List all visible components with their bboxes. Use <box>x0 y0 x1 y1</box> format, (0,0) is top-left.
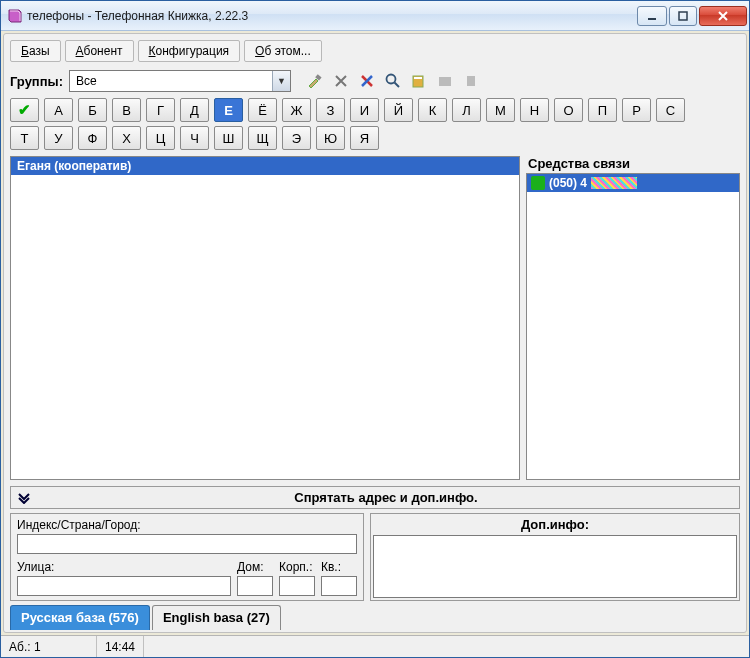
collapse-icon <box>17 492 31 504</box>
cross-tools-icon[interactable] <box>357 71 377 91</box>
house-field[interactable] <box>237 576 273 596</box>
menubar: Базы Абонент Конфигурация Об этом... <box>8 36 742 68</box>
menu-abonent[interactable]: Абонент <box>65 40 134 62</box>
hammer-icon[interactable] <box>305 71 325 91</box>
contact-selected[interactable]: Еганя (кооператив) <box>11 157 519 175</box>
groups-row: Группы: Все ▼ <box>8 68 742 98</box>
comm-row-phone[interactable]: (050) 4 <box>527 174 739 192</box>
book-icon[interactable] <box>409 71 429 91</box>
alphabet-filter: ✔АБВГДЕЁЖЗИЙКЛМНОПРС ТУФХЦЧШЩЭЮЯ <box>8 98 742 154</box>
alpha-letter-В[interactable]: В <box>112 98 141 122</box>
groups-combo-text: Все <box>70 74 272 88</box>
flat-label: Кв.: <box>321 560 357 574</box>
tab-russian-db[interactable]: Русская база (576) <box>10 605 150 630</box>
communications-title: Средства связи <box>526 156 740 173</box>
alpha-letter-А[interactable]: А <box>44 98 73 122</box>
svg-point-3 <box>387 75 396 84</box>
window-title: телефоны - Телефонная Книжка, 2.22.3 <box>27 9 637 23</box>
comm-phone-text: (050) 4 <box>549 176 587 190</box>
alpha-letter-Б[interactable]: Б <box>78 98 107 122</box>
alpha-letter-С[interactable]: С <box>656 98 685 122</box>
svg-rect-0 <box>648 18 656 20</box>
dop-textarea[interactable] <box>373 535 737 598</box>
close-button[interactable] <box>699 6 747 26</box>
menu-bases[interactable]: Базы <box>10 40 61 62</box>
street-label: Улица: <box>17 560 231 574</box>
app-icon <box>7 8 23 24</box>
korp-label: Корп.: <box>279 560 315 574</box>
main-panels: Еганя (кооператив) Средства связи (050) … <box>8 154 742 482</box>
status-time: 14:44 <box>97 636 144 657</box>
app-window: телефоны - Телефонная Книжка, 2.22.3 Баз… <box>0 0 750 658</box>
alpha-letter-Р[interactable]: Р <box>622 98 651 122</box>
dop-box: Доп.инфо: <box>370 513 740 601</box>
alpha-letter-Т[interactable]: Т <box>10 126 39 150</box>
communications-list[interactable]: (050) 4 <box>526 173 740 480</box>
search-icon[interactable] <box>383 71 403 91</box>
database-tabs: Русская база (576) English basa (27) <box>8 603 742 630</box>
dop-title: Доп.инфо: <box>373 516 737 535</box>
groups-combo[interactable]: Все ▼ <box>69 70 291 92</box>
tab-english-db[interactable]: English basa (27) <box>152 605 281 630</box>
alpha-letter-Ш[interactable]: Ш <box>214 126 243 150</box>
statusbar: Аб.: 1 14:44 <box>1 635 749 657</box>
tools-icon[interactable] <box>331 71 351 91</box>
alpha-letter-Д[interactable]: Д <box>180 98 209 122</box>
window-controls <box>637 6 747 26</box>
korp-field[interactable] <box>279 576 315 596</box>
alpha-letter-Й[interactable]: Й <box>384 98 413 122</box>
alpha-letter-Щ[interactable]: Щ <box>248 126 277 150</box>
alpha-letter-З[interactable]: З <box>316 98 345 122</box>
minimize-button[interactable] <box>637 6 667 26</box>
chevron-down-icon[interactable]: ▼ <box>272 71 290 91</box>
menu-config[interactable]: Конфигурация <box>138 40 241 62</box>
alpha-letter-Ё[interactable]: Ё <box>248 98 277 122</box>
svg-rect-5 <box>414 77 422 79</box>
alpha-letter-Н[interactable]: Н <box>520 98 549 122</box>
alpha-letter-Ю[interactable]: Ю <box>316 126 345 150</box>
alpha-letter-И[interactable]: И <box>350 98 379 122</box>
alpha-letter-Ч[interactable]: Ч <box>180 126 209 150</box>
communications-panel: Средства связи (050) 4 <box>526 156 740 480</box>
alpha-letter-О[interactable]: О <box>554 98 583 122</box>
disabled-tool2-icon <box>461 71 481 91</box>
alpha-letter-Г[interactable]: Г <box>146 98 175 122</box>
svg-rect-6 <box>439 77 451 86</box>
svg-rect-1 <box>679 12 687 20</box>
obscured-digits <box>591 177 637 189</box>
groups-label: Группы: <box>10 74 63 89</box>
alpha-check-button[interactable]: ✔ <box>10 98 39 122</box>
alpha-letter-Ц[interactable]: Ц <box>146 126 175 150</box>
index-field[interactable] <box>17 534 357 554</box>
alpha-letter-Ж[interactable]: Ж <box>282 98 311 122</box>
toolbar-icons <box>305 71 481 91</box>
index-label: Индекс/Страна/Город: <box>17 518 357 532</box>
flat-field[interactable] <box>321 576 357 596</box>
address-box: Индекс/Страна/Город: Улица: Дом: <box>10 513 364 601</box>
house-label: Дом: <box>237 560 273 574</box>
main-card: Базы Абонент Конфигурация Об этом... Гру… <box>3 33 747 633</box>
alpha-letter-Э[interactable]: Э <box>282 126 311 150</box>
alpha-letter-Х[interactable]: Х <box>112 126 141 150</box>
status-ab: Аб.: 1 <box>1 636 97 657</box>
alpha-letter-Л[interactable]: Л <box>452 98 481 122</box>
alpha-letter-П[interactable]: П <box>588 98 617 122</box>
alpha-letter-Е[interactable]: Е <box>214 98 243 122</box>
alpha-letter-Ф[interactable]: Ф <box>78 126 107 150</box>
street-field[interactable] <box>17 576 231 596</box>
hide-bar-label: Спрятать адрес и доп.инфо. <box>39 490 733 505</box>
address-dop-row: Индекс/Страна/Город: Улица: Дом: <box>8 511 742 603</box>
alpha-letter-М[interactable]: М <box>486 98 515 122</box>
disabled-tool1-icon <box>435 71 455 91</box>
contacts-list[interactable]: Еганя (кооператив) <box>10 156 520 480</box>
titlebar: телефоны - Телефонная Книжка, 2.22.3 <box>1 1 749 31</box>
phone-icon <box>531 176 545 190</box>
hide-address-bar[interactable]: Спрятать адрес и доп.инфо. <box>10 486 740 509</box>
content-area: Базы Абонент Конфигурация Об этом... Гру… <box>1 31 749 635</box>
menu-about[interactable]: Об этом... <box>244 40 322 62</box>
alpha-letter-Я[interactable]: Я <box>350 126 379 150</box>
alpha-letter-У[interactable]: У <box>44 126 73 150</box>
maximize-button[interactable] <box>669 6 697 26</box>
alpha-letter-К[interactable]: К <box>418 98 447 122</box>
